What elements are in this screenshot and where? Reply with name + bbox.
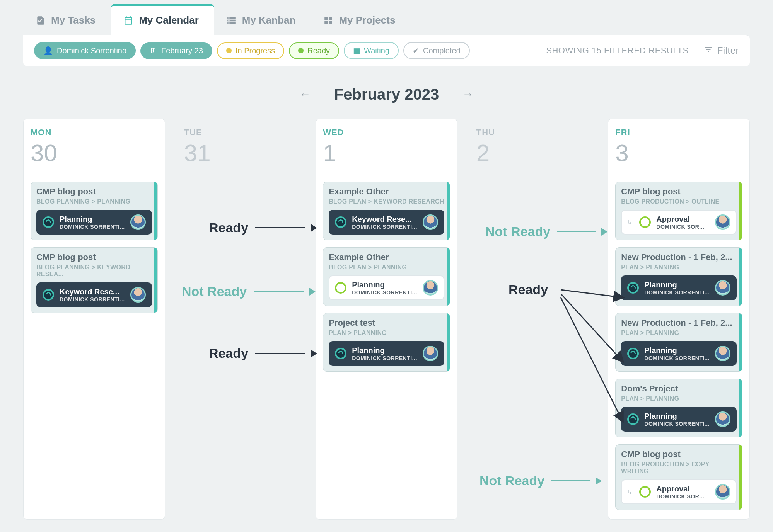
tab-kanban[interactable]: My Kanban bbox=[214, 4, 311, 35]
card-title: CMP blog post bbox=[36, 252, 152, 262]
card-stripe bbox=[447, 313, 450, 371]
task-name: Planning bbox=[60, 215, 125, 224]
day-number: 3 bbox=[615, 139, 742, 167]
task-owner: DOMINICK SORRENTI... bbox=[60, 296, 125, 303]
task-card[interactable]: Example Other BLOG PLAN > KEYWORD RESEAR… bbox=[323, 182, 450, 240]
subtask-arrow-icon: ↳ bbox=[627, 219, 632, 226]
filter-bar: 👤 Dominick Sorrentino 🗓 February 23 In P… bbox=[23, 35, 750, 66]
task-pill[interactable]: Planning DOMINICK SORRENTI... bbox=[621, 341, 737, 366]
in-progress-icon bbox=[43, 289, 54, 301]
filter-label: Filter bbox=[717, 45, 739, 56]
status-dot-icon bbox=[298, 48, 304, 53]
task-pill[interactable]: Planning DOMINICK SORRENTI... bbox=[329, 341, 444, 366]
tasks-icon bbox=[36, 15, 46, 25]
next-month-button[interactable]: → bbox=[458, 85, 478, 103]
task-card[interactable]: CMP blog post BLOG PLANNING > KEYWORD RE… bbox=[31, 247, 158, 313]
card-breadcrumb: BLOG PLAN > PLANNING bbox=[329, 264, 444, 271]
day-column-tue: TUE 31 bbox=[177, 119, 304, 520]
filter-chip-person[interactable]: 👤 Dominick Sorrentino bbox=[34, 42, 136, 59]
task-owner: DOMINICK SOR... bbox=[656, 224, 710, 230]
month-title: February 2023 bbox=[334, 86, 439, 103]
card-stripe bbox=[154, 182, 157, 240]
subtask-arrow-icon: ↳ bbox=[627, 488, 632, 496]
day-number: 2 bbox=[476, 139, 589, 167]
day-number: 30 bbox=[31, 139, 158, 167]
day-number: 1 bbox=[323, 139, 450, 167]
task-pill[interactable]: Keyword Rese... DOMINICK SORRENTI... bbox=[329, 210, 444, 235]
prev-month-button[interactable]: ← bbox=[295, 85, 315, 103]
tab-calendar[interactable]: My Calendar bbox=[111, 4, 214, 35]
day-column-thu: THU 2 bbox=[469, 119, 597, 520]
divider bbox=[615, 172, 742, 172]
task-card[interactable]: New Production - 1 Feb, 2... PLAN > PLAN… bbox=[615, 247, 742, 306]
person-icon: 👤 bbox=[43, 46, 53, 55]
avatar bbox=[130, 287, 146, 303]
card-stripe bbox=[739, 313, 742, 371]
task-pill[interactable]: ↳ Approval DOMINICK SOR... bbox=[621, 479, 737, 504]
divider bbox=[323, 172, 450, 172]
day-column-wed: WED 1 Example Other BLOG PLAN > KEYWORD … bbox=[316, 119, 457, 520]
card-stripe bbox=[739, 248, 742, 306]
card-breadcrumb: PLAN > PLANNING bbox=[621, 330, 737, 337]
task-name: Approval bbox=[656, 484, 710, 493]
waiting-icon bbox=[639, 486, 651, 498]
tab-label: My Projects bbox=[339, 14, 395, 26]
card-title: New Production - 1 Feb, 2... bbox=[621, 252, 737, 262]
check-circle-icon: ✔ bbox=[413, 46, 419, 55]
task-card[interactable]: Project test PLAN > PLANNING Planning DO… bbox=[323, 313, 450, 372]
avatar bbox=[130, 214, 146, 230]
task-card[interactable]: Example Other BLOG PLAN > PLANNING Plann… bbox=[323, 247, 450, 306]
task-card[interactable]: CMP blog post BLOG PRODUCTION > COPY WRI… bbox=[615, 444, 742, 510]
task-owner: DOMINICK SORRENTI... bbox=[352, 224, 417, 230]
card-title: CMP blog post bbox=[621, 187, 737, 197]
task-pill[interactable]: Planning DOMINICK SORRENTI... bbox=[36, 210, 152, 235]
card-title: Example Other bbox=[329, 187, 444, 197]
card-title: CMP blog post bbox=[621, 449, 737, 459]
task-card[interactable]: New Production - 1 Feb, 2... PLAN > PLAN… bbox=[615, 313, 742, 372]
task-pill[interactable]: Planning DOMINICK SORRENTI... bbox=[621, 275, 737, 300]
filter-button[interactable]: Filter bbox=[704, 45, 739, 56]
dow-label: THU bbox=[476, 127, 589, 138]
task-pill[interactable]: Planning DOMINICK SORRENTI... bbox=[329, 275, 444, 300]
card-title: Example Other bbox=[329, 252, 444, 262]
filter-chip-completed[interactable]: ✔ Completed bbox=[403, 42, 470, 59]
day-column-fri: FRI 3 CMP blog post BLOG PRODUCTION > OU… bbox=[608, 119, 750, 520]
avatar bbox=[423, 346, 438, 361]
main-tabs: My Tasks My Calendar My Kanban My Projec… bbox=[0, 0, 773, 35]
filter-chip-ready[interactable]: Ready bbox=[289, 42, 339, 59]
filter-chip-inprogress[interactable]: In Progress bbox=[217, 42, 284, 59]
avatar bbox=[715, 214, 730, 230]
task-card[interactable]: CMP blog post BLOG PRODUCTION > OUTLINE … bbox=[615, 182, 742, 240]
card-title: New Production - 1 Feb, 2... bbox=[621, 318, 737, 328]
task-pill[interactable]: ↳ Approval DOMINICK SOR... bbox=[621, 210, 737, 235]
task-name: Keyword Rese... bbox=[352, 215, 417, 224]
card-title: CMP blog post bbox=[36, 187, 152, 197]
avatar bbox=[715, 280, 730, 296]
task-owner: DOMINICK SORRENTI... bbox=[644, 355, 710, 361]
card-breadcrumb: PLAN > PLANNING bbox=[621, 264, 737, 271]
task-pill[interactable]: Keyword Rese... DOMINICK SORRENTI... bbox=[36, 282, 152, 307]
month-header: ← February 2023 → bbox=[0, 85, 773, 103]
task-pill[interactable]: Planning DOMINICK SORRENTI... bbox=[621, 407, 737, 432]
divider bbox=[31, 172, 158, 172]
in-progress-icon bbox=[335, 348, 346, 359]
divider bbox=[476, 172, 589, 172]
in-progress-icon bbox=[627, 413, 639, 425]
card-stripe bbox=[447, 248, 450, 306]
task-card[interactable]: Dom's Project PLAN > PLANNING Planning D… bbox=[615, 379, 742, 437]
task-name: Keyword Rese... bbox=[60, 287, 125, 296]
waiting-icon bbox=[639, 216, 651, 228]
task-card[interactable]: CMP blog post BLOG PLANNING > PLANNING P… bbox=[31, 182, 158, 240]
card-breadcrumb: BLOG PLAN > KEYWORD RESEARCH bbox=[329, 198, 444, 205]
filter-chip-date[interactable]: 🗓 February 23 bbox=[140, 42, 212, 59]
card-breadcrumb: PLAN > PLANNING bbox=[329, 330, 444, 337]
calendar-small-icon: 🗓 bbox=[150, 46, 157, 55]
dow-label: WED bbox=[323, 127, 450, 138]
filter-chip-waiting[interactable]: ▮▮ Waiting bbox=[344, 42, 399, 59]
dow-label: TUE bbox=[184, 127, 297, 138]
tab-tasks[interactable]: My Tasks bbox=[23, 4, 111, 35]
tab-projects[interactable]: My Projects bbox=[311, 4, 411, 35]
dow-label: MON bbox=[31, 127, 158, 138]
card-stripe bbox=[447, 182, 450, 240]
dow-label: FRI bbox=[615, 127, 742, 138]
